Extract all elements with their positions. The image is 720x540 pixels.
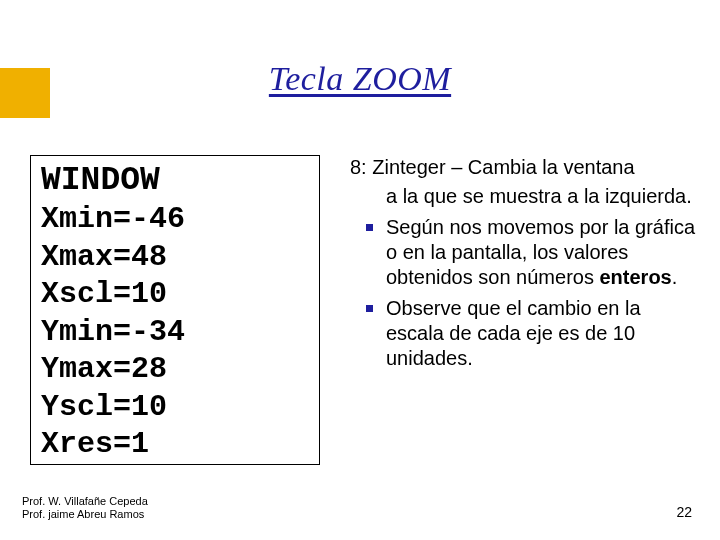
lead-cont: a la que se muestra a la izquierda. bbox=[350, 184, 696, 209]
calc-line: Xmax=48 bbox=[41, 239, 309, 277]
calculator-panel: WINDOW Xmin=-46 Xmax=48 Xscl=10 Ymin=-34… bbox=[30, 155, 320, 480]
lead-line: 8: Zinteger – Cambia la ventana bbox=[350, 155, 696, 180]
bullet-post: . bbox=[672, 266, 678, 288]
calc-line: Ymin=-34 bbox=[41, 314, 309, 352]
calc-line: Xmin=-46 bbox=[41, 201, 309, 239]
page-number: 22 bbox=[676, 504, 692, 520]
author-line: Prof. jaime Abreu Ramos bbox=[22, 508, 148, 522]
calc-line: Xres=1 bbox=[41, 426, 309, 464]
footer-authors: Prof. W. Villafañe Cepeda Prof. jaime Ab… bbox=[22, 495, 148, 523]
text-panel: 8: Zinteger – Cambia la ventana a la que… bbox=[350, 155, 696, 480]
calc-line: Xscl=10 bbox=[41, 276, 309, 314]
author-line: Prof. W. Villafañe Cepeda bbox=[22, 495, 148, 509]
calculator-screen: WINDOW Xmin=-46 Xmax=48 Xscl=10 Ymin=-34… bbox=[30, 155, 320, 465]
slide-title: Tecla ZOOM bbox=[0, 60, 720, 98]
calc-line: Yscl=10 bbox=[41, 389, 309, 427]
calc-header: WINDOW bbox=[41, 160, 309, 201]
content-area: WINDOW Xmin=-46 Xmax=48 Xscl=10 Ymin=-34… bbox=[30, 155, 696, 480]
bullet-bold: enteros bbox=[599, 266, 671, 288]
bullet-text: Observe que el cambio en la escala de ca… bbox=[386, 297, 641, 369]
bullet-list: Según nos movemos por la gráfica o en la… bbox=[350, 215, 696, 371]
bullet-item: Observe que el cambio en la escala de ca… bbox=[350, 296, 696, 371]
calc-line: Ymax=28 bbox=[41, 351, 309, 389]
bullet-item: Según nos movemos por la gráfica o en la… bbox=[350, 215, 696, 290]
